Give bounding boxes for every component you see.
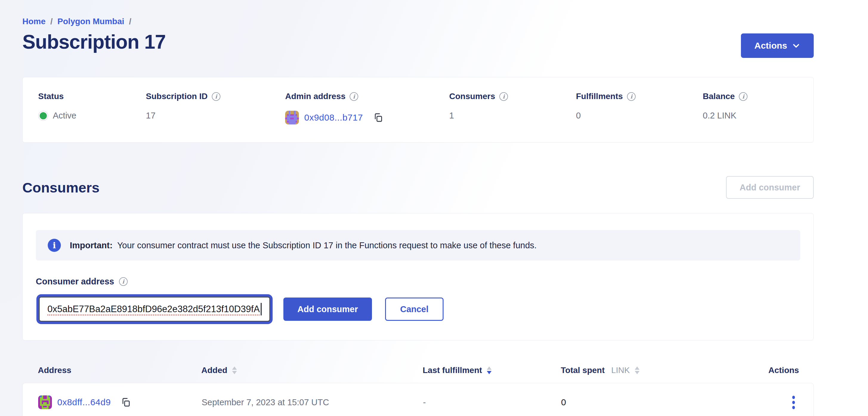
- banner-text: Important: Your consumer contract must u…: [70, 240, 537, 250]
- field-label-text: Status: [38, 92, 64, 101]
- sort-icon[interactable]: [232, 366, 237, 374]
- copy-icon: [373, 113, 383, 123]
- sort-icon-active-desc[interactable]: [487, 366, 492, 374]
- kebab-dot: [792, 401, 795, 404]
- column-label: Actions: [768, 365, 799, 375]
- consumer-address-label-text: Consumer address: [36, 277, 114, 287]
- important-banner: i Important: Your consumer contract must…: [36, 230, 800, 261]
- page-header: Subscription 17 Actions: [22, 30, 814, 58]
- total-spent-cell: 0: [561, 397, 769, 407]
- kebab-dot: [792, 396, 795, 399]
- consumers-heading: Consumers: [22, 179, 100, 196]
- consumer-address-input[interactable]: 0x5abE77Ba2aE8918bfD96e2e382d5f213f10D39…: [39, 297, 270, 322]
- column-label: Added: [202, 365, 227, 375]
- breadcrumb-home-link[interactable]: Home: [22, 17, 45, 26]
- chevron-down-icon: [792, 41, 800, 50]
- field-subscription-id: Subscription ID i 17: [146, 92, 285, 124]
- field-admin-address: Admin address i 0x9d08...b717: [285, 92, 449, 124]
- fulfillments-count: 0: [576, 111, 581, 121]
- field-label-text: Subscription ID: [146, 92, 208, 101]
- status-value: Active: [38, 111, 146, 121]
- info-filled-icon: i: [48, 239, 61, 252]
- last-fulfillment-cell: -: [423, 397, 561, 407]
- consumer-address-cell: 0x8dff...64d9: [23, 395, 202, 409]
- sort-icon[interactable]: [635, 366, 640, 374]
- added-cell: September 7, 2023 at 15:07 UTC: [202, 397, 423, 407]
- banner-bold-text: Important:: [70, 240, 113, 250]
- last-fulfillment-value: -: [423, 397, 426, 407]
- subscription-id-value: 17: [146, 111, 155, 121]
- consumer-address-label: Consumer address i: [36, 277, 800, 287]
- row-actions-menu-button[interactable]: [789, 393, 798, 412]
- breadcrumb-separator: /: [129, 17, 131, 26]
- column-header-added[interactable]: Added: [202, 365, 423, 375]
- column-unit-label: LINK: [611, 365, 630, 375]
- consumer-address-input-value: 0x5abE77Ba2aE8918bfD96e2e382d5f213f10D39…: [48, 304, 260, 315]
- field-fulfillments: Fulfillments i 0: [576, 92, 703, 124]
- add-consumer-card: i Important: Your consumer contract must…: [22, 213, 814, 340]
- column-header-actions: Actions: [768, 365, 815, 375]
- page: Home / Polygon Mumbai / Subscription 17 …: [0, 0, 814, 416]
- table-row: 0x8dff...64d9 September 7, 2023 at 15:07…: [22, 383, 814, 416]
- status-text: Active: [53, 111, 76, 121]
- copy-icon: [121, 397, 131, 407]
- consumer-address-link[interactable]: 0x8dff...64d9: [57, 397, 111, 407]
- row-actions-cell: [769, 393, 813, 412]
- column-header-last-fulfillment[interactable]: Last fulfillment: [423, 365, 561, 375]
- total-spent-value: 0: [561, 397, 566, 407]
- info-icon[interactable]: i: [499, 92, 508, 101]
- field-consumers: Consumers i 1: [449, 92, 576, 124]
- text-cursor: [261, 303, 261, 316]
- column-label: Last fulfillment: [423, 365, 482, 375]
- field-label-text: Consumers: [449, 92, 495, 101]
- page-title: Subscription 17: [22, 30, 165, 53]
- breadcrumb: Home / Polygon Mumbai /: [22, 17, 814, 26]
- consumer-avatar: [38, 395, 52, 409]
- info-icon[interactable]: i: [627, 92, 636, 101]
- field-label-text: Balance: [703, 92, 735, 101]
- field-label-text: Admin address: [285, 92, 345, 101]
- field-status-label: Status: [38, 92, 146, 101]
- subscription-overview-card: Status Active Subscription ID i 17 Admin…: [22, 77, 814, 143]
- table-header-row: Address Added Last fulfillment Total spe…: [22, 363, 814, 378]
- actions-button-label: Actions: [754, 40, 787, 51]
- copy-address-button[interactable]: [121, 397, 131, 407]
- consumers-count: 1: [449, 111, 454, 121]
- consumers-section-header: Consumers Add consumer: [22, 176, 814, 199]
- field-balance: Balance i 0.2 LINK: [703, 92, 813, 124]
- copy-address-button[interactable]: [373, 113, 383, 123]
- consumers-table: Address Added Last fulfillment Total spe…: [22, 363, 814, 416]
- banner-body-text: Your consumer contract must use the Subs…: [117, 240, 537, 250]
- field-status: Status Active: [38, 92, 146, 124]
- cancel-button[interactable]: Cancel: [385, 298, 443, 321]
- consumer-address-form: 0x5abE77Ba2aE8918bfD96e2e382d5f213f10D39…: [36, 297, 800, 322]
- balance-value: 0.2 LINK: [703, 111, 737, 121]
- info-icon[interactable]: i: [212, 92, 220, 101]
- info-icon[interactable]: i: [349, 92, 358, 101]
- add-consumer-top-button[interactable]: Add consumer: [726, 176, 814, 199]
- admin-address-link[interactable]: 0x9d08...b717: [304, 113, 363, 123]
- added-date: September 7, 2023 at 15:07 UTC: [202, 397, 329, 407]
- column-header-address: Address: [22, 365, 202, 375]
- info-icon[interactable]: i: [119, 277, 128, 286]
- info-icon[interactable]: i: [739, 92, 747, 101]
- column-header-total-spent[interactable]: Total spent LINK: [561, 365, 768, 375]
- kebab-dot: [792, 406, 795, 409]
- column-label: Total spent: [561, 365, 604, 375]
- column-label: Address: [38, 365, 71, 375]
- status-active-dot: [40, 112, 47, 119]
- add-consumer-submit-button[interactable]: Add consumer: [283, 298, 372, 321]
- field-label-text: Fulfillments: [576, 92, 623, 101]
- actions-button[interactable]: Actions: [741, 33, 814, 58]
- breadcrumb-separator: /: [51, 17, 53, 26]
- admin-address-avatar: [285, 111, 299, 124]
- breadcrumb-network-link[interactable]: Polygon Mumbai: [58, 17, 124, 26]
